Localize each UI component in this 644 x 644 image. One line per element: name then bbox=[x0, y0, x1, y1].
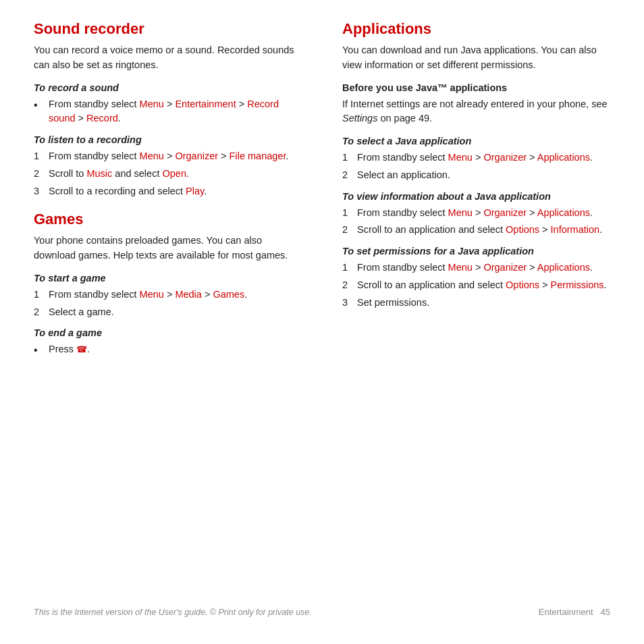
step-num-sp3: 3 bbox=[342, 296, 354, 311]
select-java-step-1-text: From standby select Menu > Organizer > A… bbox=[357, 151, 593, 165]
listen-step-2-text: Scroll to Music and select Open. bbox=[49, 167, 189, 182]
select-java-steps: 1 From standby select Menu > Organizer >… bbox=[342, 151, 610, 183]
start-game-step-2: 2 Select a game. bbox=[34, 305, 302, 320]
step-num-sg1: 1 bbox=[34, 288, 46, 302]
end-game-subtitle: To end a game bbox=[34, 327, 302, 338]
sound-recorder-intro: You can record a voice memo or a sound. … bbox=[34, 43, 302, 73]
set-permissions-step-3-text: Set permissions. bbox=[357, 296, 429, 311]
set-permissions-step-3: 3 Set permissions. bbox=[342, 296, 610, 311]
set-permissions-subtitle: To set permissions for a Java applicatio… bbox=[342, 246, 610, 257]
record-sound-steps: • From standby select Menu > Entertainme… bbox=[34, 97, 302, 127]
games-title: Games bbox=[34, 211, 302, 228]
step-num-sg2: 2 bbox=[34, 305, 46, 320]
set-permissions-step-2-text: Scroll to an application and select Opti… bbox=[357, 278, 607, 293]
set-permissions-step-1: 1 From standby select Menu > Organizer >… bbox=[342, 261, 610, 275]
listen-step-3-text: Scroll to a recording and select Play. bbox=[49, 184, 207, 199]
view-java-step-2-text: Scroll to an application and select Opti… bbox=[357, 223, 602, 238]
listen-recording-steps: 1 From standby select Menu > Organizer >… bbox=[34, 149, 302, 198]
footer: This is the Internet version of the User… bbox=[34, 600, 610, 617]
games-intro: Your phone contains preloaded games. You… bbox=[34, 234, 302, 263]
sound-recorder-title: Sound recorder bbox=[34, 20, 302, 38]
end-game-step-1-text: Press ☎̸. bbox=[49, 342, 90, 357]
step-num-3: 3 bbox=[34, 184, 46, 199]
start-game-steps: 1 From standby select Menu > Media > Gam… bbox=[34, 288, 302, 320]
sound-recorder-section: Sound recorder You can record a voice me… bbox=[34, 20, 302, 198]
start-game-step-1-text: From standby select Menu > Media > Games… bbox=[49, 288, 247, 302]
col-right: Applications You can download and run Ja… bbox=[336, 20, 610, 600]
select-java-subtitle: To select a Java application bbox=[342, 136, 610, 146]
footer-section: Entertainment bbox=[539, 607, 593, 617]
step-num-sj1: 1 bbox=[342, 151, 354, 165]
step-num-sj2: 2 bbox=[342, 168, 354, 183]
end-game-step-1: • Press ☎̸. bbox=[34, 342, 302, 358]
step-num-2: 2 bbox=[34, 167, 46, 182]
applications-intro: You can download and run Java applicatio… bbox=[342, 43, 610, 73]
step-num-sp1: 1 bbox=[342, 261, 354, 275]
listen-step-3: 3 Scroll to a recording and select Play. bbox=[34, 184, 302, 199]
set-permissions-step-1-text: From standby select Menu > Organizer > A… bbox=[357, 261, 593, 275]
listen-recording-subtitle: To listen to a recording bbox=[34, 134, 302, 145]
applications-title: Applications bbox=[342, 20, 610, 38]
start-game-step-2-text: Select a game. bbox=[49, 305, 114, 320]
view-java-step-2: 2 Scroll to an application and select Op… bbox=[342, 223, 610, 238]
select-java-step-2-text: Select an application. bbox=[357, 168, 450, 183]
bullet-dot-end: • bbox=[34, 342, 46, 358]
listen-step-1: 1 From standby select Menu > Organizer >… bbox=[34, 149, 302, 164]
end-game-icon: ☎̸ bbox=[76, 343, 87, 356]
set-permissions-steps: 1 From standby select Menu > Organizer >… bbox=[342, 261, 610, 310]
record-sound-step-1-text: From standby select Menu > Entertainment… bbox=[49, 97, 302, 127]
games-section: Games Your phone contains preloaded game… bbox=[34, 211, 302, 358]
record-sound-step-1: • From standby select Menu > Entertainme… bbox=[34, 97, 302, 127]
view-java-step-1: 1 From standby select Menu > Organizer >… bbox=[342, 206, 610, 221]
page: Sound recorder You can record a voice me… bbox=[0, 0, 644, 644]
applications-section: Applications You can download and run Ja… bbox=[342, 20, 610, 310]
footer-page: Entertainment 45 bbox=[539, 607, 610, 617]
listen-step-1-text: From standby select Menu > Organizer > F… bbox=[49, 149, 288, 164]
footer-copyright: This is the Internet version of the User… bbox=[34, 608, 312, 617]
listen-step-2: 2 Scroll to Music and select Open. bbox=[34, 167, 302, 182]
before-java-subtitle: Before you use Java™ applications bbox=[342, 82, 610, 93]
step-num-1: 1 bbox=[34, 149, 46, 164]
select-java-step-2: 2 Select an application. bbox=[342, 168, 610, 183]
start-game-step-1: 1 From standby select Menu > Media > Gam… bbox=[34, 288, 302, 302]
footer-page-number: 45 bbox=[601, 607, 610, 617]
start-game-subtitle: To start a game bbox=[34, 273, 302, 284]
columns: Sound recorder You can record a voice me… bbox=[34, 20, 610, 600]
step-num-vj1: 1 bbox=[342, 206, 354, 221]
step-num-vj2: 2 bbox=[342, 223, 354, 238]
end-game-steps: • Press ☎̸. bbox=[34, 342, 302, 358]
set-permissions-step-2: 2 Scroll to an application and select Op… bbox=[342, 278, 610, 293]
col-left: Sound recorder You can record a voice me… bbox=[34, 20, 308, 600]
view-java-subtitle: To view information about a Java applica… bbox=[342, 191, 610, 202]
bullet-dot: • bbox=[34, 97, 46, 113]
step-num-sp2: 2 bbox=[342, 278, 354, 293]
select-java-step-1: 1 From standby select Menu > Organizer >… bbox=[342, 151, 610, 165]
record-sound-subtitle: To record a sound bbox=[34, 82, 302, 93]
before-java-body: If Internet settings are not already ent… bbox=[342, 97, 610, 127]
view-java-steps: 1 From standby select Menu > Organizer >… bbox=[342, 206, 610, 238]
view-java-step-1-text: From standby select Menu > Organizer > A… bbox=[357, 206, 593, 221]
